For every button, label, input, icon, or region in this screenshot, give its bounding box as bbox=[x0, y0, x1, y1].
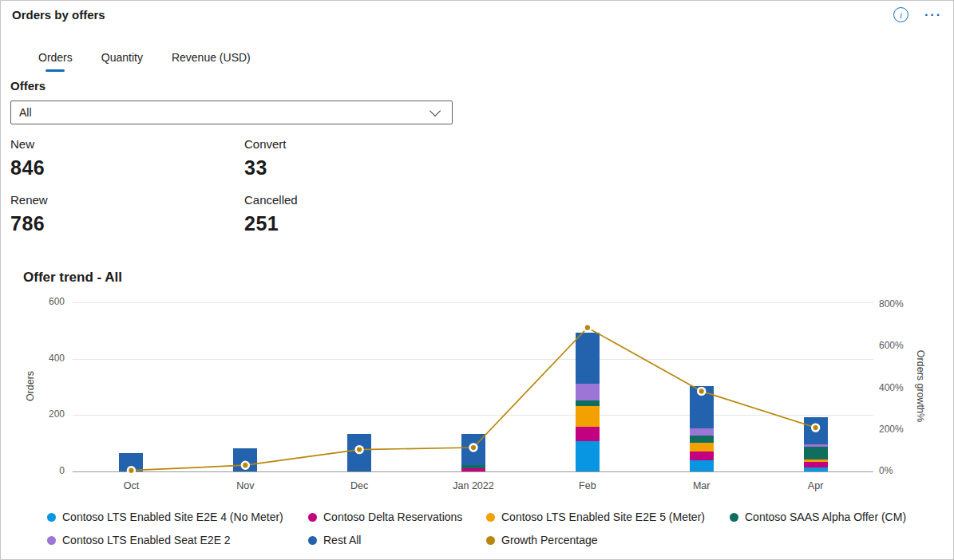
x-axis-label: Dec bbox=[315, 480, 403, 491]
bar-segment[interactable] bbox=[804, 462, 828, 467]
legend-item[interactable]: Contoso LTS Enabled Site E2E 5 (Meter) bbox=[486, 511, 730, 523]
bar-segment[interactable] bbox=[347, 434, 371, 471]
legend-label: Growth Percentage bbox=[501, 534, 598, 546]
legend-label: Contoso LTS Enabled Seat E2E 2 bbox=[62, 534, 231, 546]
orders-by-offers-widget: Orders by offers Orders Quantity Revenue… bbox=[0, 0, 954, 560]
legend-item[interactable]: Rest All bbox=[308, 534, 486, 546]
x-axis-label: Nov bbox=[201, 480, 289, 491]
gridline bbox=[73, 302, 873, 303]
right-axis-title: Orders growth% bbox=[915, 334, 926, 438]
right-axis-tick: 800% bbox=[879, 298, 920, 310]
left-axis-tick: 600 bbox=[30, 296, 65, 307]
legend-label: Contoso LTS Enabled Site E2E 5 (Meter) bbox=[501, 511, 705, 523]
right-axis-tick: 0% bbox=[879, 465, 920, 476]
legend-dot bbox=[486, 536, 495, 545]
bar-segment[interactable] bbox=[690, 443, 714, 452]
legend-dot bbox=[308, 513, 317, 522]
bar-segment[interactable] bbox=[233, 448, 257, 471]
chart-legend: Contoso LTS Enabled Site E2E 4 (No Meter… bbox=[47, 509, 941, 555]
legend-label: Contoso LTS Enabled Site E2E 4 (No Meter… bbox=[62, 511, 283, 523]
bar-segment[interactable] bbox=[690, 428, 714, 436]
legend-row: Contoso LTS Enabled Site E2E 4 (No Meter… bbox=[47, 509, 941, 525]
bar-segment[interactable] bbox=[576, 333, 600, 384]
bar-segment[interactable] bbox=[576, 441, 600, 471]
x-axis-label: Oct bbox=[87, 480, 175, 491]
bar-segment[interactable] bbox=[576, 427, 600, 441]
x-axis-label: Feb bbox=[544, 480, 631, 491]
bar-segment[interactable] bbox=[576, 406, 600, 427]
left-axis-tick: 0 bbox=[30, 465, 65, 476]
offer-trend-chart: 02004006000%200%400%600%800%OctNovDecJan… bbox=[1, 1, 953, 559]
bar-segment[interactable] bbox=[119, 453, 143, 471]
bar-segment[interactable] bbox=[461, 468, 485, 471]
legend-dot bbox=[47, 536, 56, 545]
bar-segment[interactable] bbox=[804, 447, 828, 459]
legend-label: Rest All bbox=[323, 534, 361, 546]
growth-marker[interactable] bbox=[584, 324, 592, 331]
legend-dot bbox=[47, 513, 56, 522]
legend-label: Contoso SAAS Alpha Offer (CM) bbox=[745, 511, 906, 523]
x-axis-line bbox=[73, 471, 873, 472]
x-axis-label: Mar bbox=[658, 480, 746, 491]
bar-segment[interactable] bbox=[690, 386, 714, 428]
legend-dot bbox=[308, 536, 317, 545]
bar-segment[interactable] bbox=[690, 460, 714, 471]
legend-row: Contoso LTS Enabled Seat E2E 2 Rest All … bbox=[47, 532, 941, 548]
legend-label: Contoso Delta Reservations bbox=[323, 511, 462, 523]
bar-segment[interactable] bbox=[576, 400, 600, 406]
legend-item[interactable]: Contoso LTS Enabled Seat E2E 2 bbox=[47, 534, 308, 546]
bar-segment[interactable] bbox=[804, 467, 828, 471]
legend-dot bbox=[486, 513, 495, 522]
gridline bbox=[73, 415, 873, 416]
growth-line-svg bbox=[1, 1, 953, 559]
gridline bbox=[73, 359, 873, 360]
legend-item[interactable]: Contoso LTS Enabled Site E2E 4 (No Meter… bbox=[47, 511, 308, 523]
legend-dot bbox=[730, 513, 738, 522]
bar-segment[interactable] bbox=[461, 434, 485, 465]
bar-segment[interactable] bbox=[576, 384, 600, 400]
legend-item[interactable]: Growth Percentage bbox=[486, 534, 730, 546]
left-axis-title: Orders bbox=[25, 334, 36, 438]
bar-segment[interactable] bbox=[804, 444, 828, 447]
bar-segment[interactable] bbox=[461, 465, 485, 468]
bar-segment[interactable] bbox=[804, 459, 828, 462]
x-axis-label: Jan 2022 bbox=[429, 480, 517, 491]
bar-segment[interactable] bbox=[804, 417, 828, 444]
bar-segment[interactable] bbox=[690, 452, 714, 460]
legend-item[interactable]: Contoso SAAS Alpha Offer (CM) bbox=[730, 511, 906, 523]
bar-segment[interactable] bbox=[690, 436, 714, 443]
x-axis-label: Apr bbox=[772, 480, 860, 491]
legend-item[interactable]: Contoso Delta Reservations bbox=[308, 511, 486, 523]
